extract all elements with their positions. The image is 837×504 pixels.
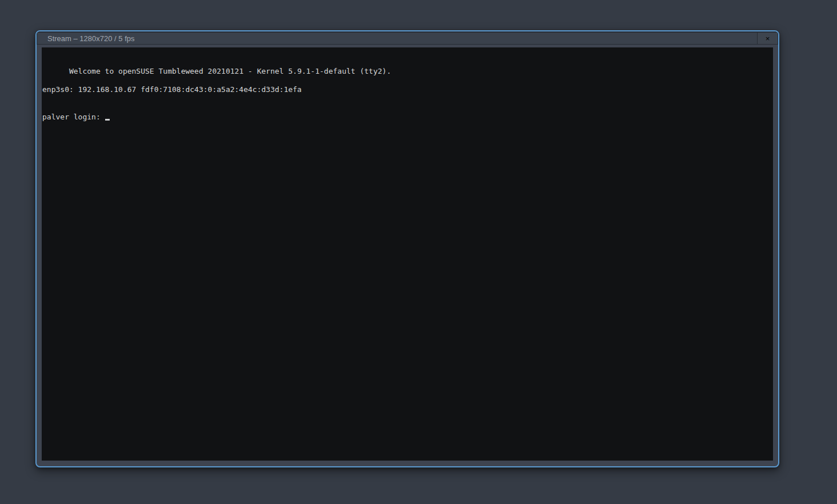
window-title: Stream – 1280x720 / 5 fps bbox=[37, 32, 758, 45]
desktop-background: { "window": { "title": "Stream – 1280x72… bbox=[0, 0, 837, 504]
close-button[interactable]: × bbox=[758, 32, 778, 45]
close-icon: × bbox=[766, 34, 770, 43]
stream-viewer-window: Stream – 1280x720 / 5 fps × Welcome to o… bbox=[35, 30, 779, 467]
text-cursor: _ bbox=[105, 113, 110, 121]
window-titlebar[interactable]: Stream – 1280x720 / 5 fps × bbox=[37, 31, 778, 45]
console-output: Welcome to openSUSE Tumbleweed 20210121 … bbox=[42, 67, 391, 121]
window-body: Welcome to openSUSE Tumbleweed 20210121 … bbox=[37, 45, 778, 467]
console-stream-display[interactable]: Welcome to openSUSE Tumbleweed 20210121 … bbox=[42, 47, 773, 461]
